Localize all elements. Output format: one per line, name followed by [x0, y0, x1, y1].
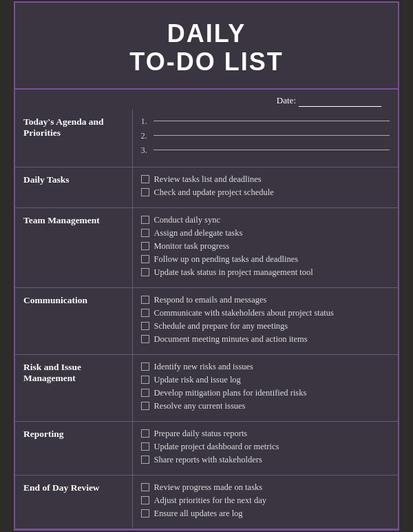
checkbox-icon[interactable]: [141, 175, 149, 183]
check-item-text: Resolve any current issues: [154, 401, 246, 411]
check-item-end-of-day-2: Ensure all updates are log: [141, 509, 390, 519]
checkbox-icon[interactable]: [141, 389, 149, 397]
agenda-num: 2.: [141, 131, 153, 141]
check-item-reporting-2: Share reports with stakeholders: [141, 455, 390, 465]
check-item-text: Schedule and prepare for any meetings: [154, 321, 288, 331]
checkbox-icon[interactable]: [141, 255, 149, 263]
checkbox-icon[interactable]: [141, 442, 149, 451]
check-item-text: Develop mitigation plans for identified …: [154, 388, 307, 398]
agenda-line[interactable]: [153, 150, 390, 150]
check-item-communication-0: Respond to emails and messages: [141, 295, 390, 305]
checkbox-icon[interactable]: [141, 483, 149, 491]
check-item-team-management-3: Follow up on pending tasks and deadlines: [141, 254, 390, 265]
page: DAILY TO-DO LIST Date: Today's Agenda an…: [14, 1, 399, 531]
section-label-end-of-day: End of Day Review: [15, 475, 132, 529]
checkbox-icon[interactable]: [141, 268, 149, 276]
checkbox-icon[interactable]: [141, 496, 149, 504]
date-row: Date:: [15, 90, 398, 110]
section-label-communication: Communication: [15, 288, 132, 355]
check-item-text: Communicate with stakeholders about proj…: [154, 308, 334, 318]
agenda-line[interactable]: [153, 121, 390, 121]
page-title: DAILY TO-DO LIST: [26, 19, 387, 76]
section-content-daily-tasks: Review tasks list and deadlinesCheck and…: [132, 167, 398, 208]
check-item-text: Update project dashboard or metrics: [154, 442, 279, 452]
checkbox-icon[interactable]: [141, 188, 149, 196]
checkbox-icon[interactable]: [141, 309, 149, 317]
section-label-risk-management: Risk and Issue Management: [15, 355, 132, 422]
section-row-risk-management: Risk and Issue ManagementIdentify new ri…: [15, 355, 398, 422]
check-item-text: Follow up on pending tasks and deadlines: [154, 254, 299, 265]
check-item-text: Identify new risks and issues: [154, 362, 253, 372]
checkbox-icon[interactable]: [141, 335, 149, 343]
check-item-communication-3: Document meeting minutes and action item…: [141, 334, 390, 345]
section-content-communication: Respond to emails and messagesCommunicat…: [132, 288, 398, 355]
check-item-text: Adjust priorities for the next day: [154, 495, 267, 506]
date-label: Date:: [277, 95, 296, 107]
check-item-text: Share reports with stakeholders: [154, 455, 262, 465]
main-table: Today's Agenda and Priorities1.2.3.Daily…: [15, 110, 398, 529]
check-item-communication-1: Communicate with stakeholders about proj…: [141, 308, 390, 318]
checkbox-icon[interactable]: [141, 216, 149, 224]
section-label-team-management: Team Management: [15, 208, 132, 288]
section-row-end-of-day: End of Day ReviewReview progress made on…: [15, 475, 398, 529]
agenda-num: 3.: [141, 145, 153, 156]
section-content-risk-management: Identify new risks and issuesUpdate risk…: [132, 355, 398, 422]
section-content-agenda: 1.2.3.: [132, 110, 398, 167]
check-item-text: Document meeting minutes and action item…: [154, 334, 308, 345]
check-item-text: Monitor task progress: [154, 241, 230, 252]
check-item-text: Respond to emails and messages: [154, 295, 267, 305]
checkbox-icon[interactable]: [141, 296, 149, 304]
check-item-end-of-day-1: Adjust priorities for the next day: [141, 495, 390, 506]
check-item-text: Update risk and issue log: [154, 375, 241, 385]
section-content-team-management: Conduct daily syncAssign and delegate ta…: [132, 208, 398, 288]
section-row-communication: CommunicationRespond to emails and messa…: [15, 288, 398, 355]
checkbox-icon[interactable]: [141, 429, 149, 438]
check-item-daily-tasks-1: Check and update project schedule: [141, 187, 390, 198]
checkbox-icon[interactable]: [141, 456, 149, 464]
agenda-item-0: 1.: [141, 116, 390, 127]
checkbox-icon[interactable]: [141, 376, 149, 384]
date-field[interactable]: [299, 95, 381, 107]
check-item-risk-management-1: Update risk and issue log: [141, 375, 390, 385]
checkbox-icon[interactable]: [141, 402, 149, 410]
check-item-reporting-1: Update project dashboard or metrics: [141, 442, 390, 452]
check-item-text: Check and update project schedule: [154, 187, 274, 198]
check-item-risk-management-3: Resolve any current issues: [141, 401, 390, 411]
section-content-reporting: Prepare daily status reportsUpdate proje…: [132, 422, 398, 475]
checkbox-icon[interactable]: [141, 229, 149, 237]
header: DAILY TO-DO LIST: [15, 3, 398, 90]
check-item-text: Prepare daily status reports: [154, 429, 248, 439]
section-row-reporting: ReportingPrepare daily status reportsUpd…: [15, 422, 398, 475]
checkbox-icon[interactable]: [141, 322, 149, 330]
section-row-agenda: Today's Agenda and Priorities1.2.3.: [15, 110, 398, 167]
check-item-team-management-2: Monitor task progress: [141, 241, 390, 252]
check-item-team-management-0: Conduct daily sync: [141, 215, 390, 225]
agenda-item-1: 2.: [141, 131, 390, 141]
check-item-reporting-0: Prepare daily status reports: [141, 429, 390, 439]
check-item-team-management-1: Assign and delegate tasks: [141, 228, 390, 238]
section-row-team-management: Team ManagementConduct daily syncAssign …: [15, 208, 398, 288]
check-item-communication-2: Schedule and prepare for any meetings: [141, 321, 390, 331]
checkbox-icon[interactable]: [141, 509, 149, 518]
check-item-text: Review progress made on tasks: [154, 482, 263, 493]
section-label-reporting: Reporting: [15, 422, 132, 475]
agenda-num: 1.: [141, 116, 153, 127]
check-item-daily-tasks-0: Review tasks list and deadlines: [141, 174, 390, 185]
check-item-end-of-day-0: Review progress made on tasks: [141, 482, 390, 493]
check-item-team-management-4: Update task status in project management…: [141, 267, 390, 278]
check-item-text: Conduct daily sync: [154, 215, 221, 225]
check-item-risk-management-2: Develop mitigation plans for identified …: [141, 388, 390, 398]
section-label-daily-tasks: Daily Tasks: [15, 167, 132, 208]
agenda-line[interactable]: [153, 135, 390, 136]
check-item-text: Ensure all updates are log: [154, 509, 243, 519]
checkbox-icon[interactable]: [141, 362, 149, 371]
check-item-text: Review tasks list and deadlines: [154, 174, 262, 185]
check-item-text: Update task status in project management…: [154, 267, 313, 278]
checkbox-icon[interactable]: [141, 242, 149, 250]
section-content-end-of-day: Review progress made on tasksAdjust prio…: [132, 475, 398, 529]
section-row-daily-tasks: Daily TasksReview tasks list and deadlin…: [15, 167, 398, 208]
agenda-item-2: 3.: [141, 145, 390, 156]
check-item-risk-management-0: Identify new risks and issues: [141, 362, 390, 372]
check-item-text: Assign and delegate tasks: [154, 228, 243, 238]
section-label-agenda: Today's Agenda and Priorities: [15, 110, 132, 167]
